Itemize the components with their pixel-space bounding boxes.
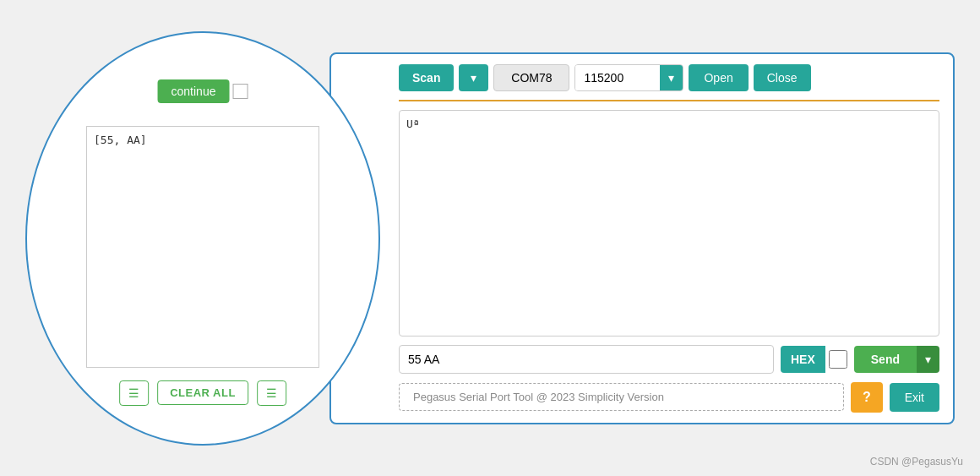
status-text: Pegasus Serial Port Tool @ 2023 Simplici… xyxy=(399,383,844,411)
filter-left-icon: ☰ xyxy=(128,386,139,400)
close-button[interactable]: Close xyxy=(754,64,811,91)
scan-dropdown-icon: ▾ xyxy=(471,71,476,85)
baud-dropdown-button[interactable]: ▾ xyxy=(660,65,683,90)
send-row: HEX Send ▾ xyxy=(399,345,939,374)
watermark: CSDN @PegasusYu xyxy=(870,456,963,468)
circle-panel: continue ☰ CLEAR ALL ☰ xyxy=(25,31,380,446)
send-dropdown-button[interactable]: ▾ xyxy=(917,346,939,373)
baud-dropdown-icon: ▾ xyxy=(668,71,674,85)
filter-right-button[interactable]: ☰ xyxy=(257,380,286,406)
output-area[interactable] xyxy=(399,110,939,336)
scan-button[interactable]: Scan xyxy=(399,64,454,91)
hex-label: HEX xyxy=(781,346,825,373)
send-button[interactable]: Send xyxy=(854,346,917,373)
open-button[interactable]: Open xyxy=(689,64,748,91)
filter-left-button[interactable]: ☰ xyxy=(119,380,149,406)
toolbar: Scan ▾ ▾ Open Close xyxy=(399,64,939,101)
hex-wrapper: HEX xyxy=(781,346,847,373)
help-button[interactable]: ? xyxy=(851,382,883,413)
status-bar: Pegasus Serial Port Tool @ 2023 Simplici… xyxy=(399,382,939,413)
continue-button[interactable]: continue xyxy=(158,79,230,103)
exit-button[interactable]: Exit xyxy=(890,383,939,412)
continue-area: continue xyxy=(158,79,248,103)
com-port-input[interactable] xyxy=(493,64,569,91)
clear-all-button[interactable]: CLEAR ALL xyxy=(157,380,248,405)
scan-dropdown-button[interactable]: ▾ xyxy=(459,64,488,91)
baud-rate-input[interactable] xyxy=(575,65,660,90)
bottom-controls: ☰ CLEAR ALL ☰ xyxy=(119,380,286,406)
send-input[interactable] xyxy=(399,345,774,374)
send-btn-group: Send ▾ xyxy=(854,346,939,373)
hex-checkbox[interactable] xyxy=(829,350,847,369)
right-panel: Scan ▾ ▾ Open Close HEX Send xyxy=(329,52,955,424)
left-text-area[interactable] xyxy=(86,126,319,368)
baud-wrapper: ▾ xyxy=(574,64,683,91)
continue-checkbox[interactable] xyxy=(232,84,248,99)
filter-right-icon: ☰ xyxy=(266,386,277,400)
send-dropdown-icon: ▾ xyxy=(925,353,931,366)
